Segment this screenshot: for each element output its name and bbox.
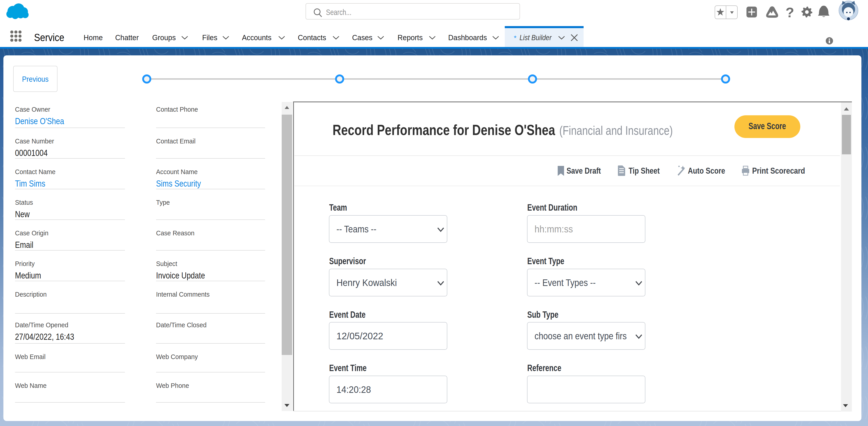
svg-text:?: ? bbox=[785, 4, 794, 20]
